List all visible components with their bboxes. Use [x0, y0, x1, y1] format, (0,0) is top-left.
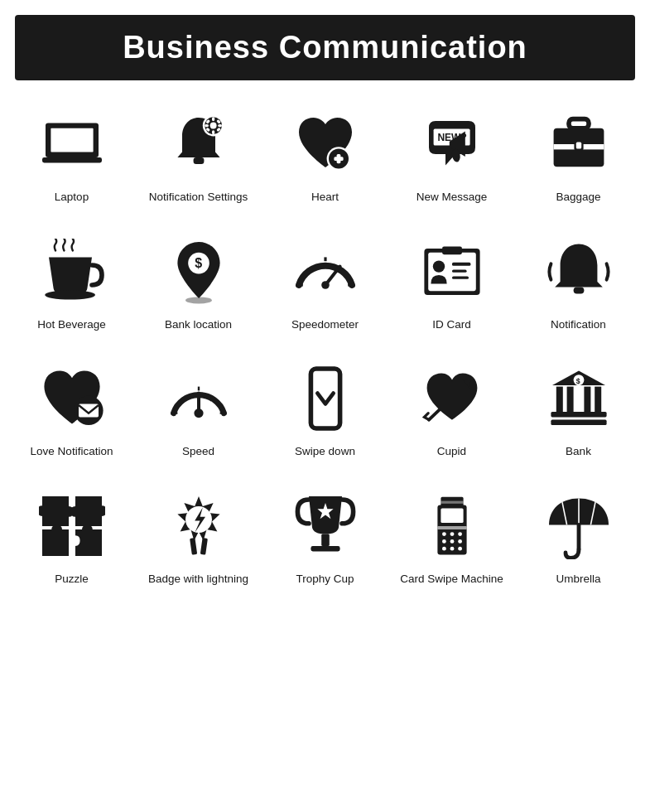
umbrella-icon [542, 489, 616, 563]
puzzle-label: Puzzle [55, 572, 89, 587]
icon-item-cupid: Cupid [388, 343, 515, 471]
icon-item-umbrella: Umbrella [515, 471, 642, 598]
svg-point-6 [209, 123, 216, 129]
umbrella-label: Umbrella [556, 572, 600, 587]
svg-rect-72 [437, 526, 466, 529]
badge-with-lightning-icon [161, 489, 236, 563]
icon-item-puzzle: Puzzle [8, 471, 135, 598]
svg-rect-59 [566, 387, 573, 412]
svg-rect-52 [314, 374, 336, 424]
svg-rect-43 [573, 287, 584, 293]
svg-rect-45 [79, 404, 99, 417]
icon-item-swipe-down: Swipe down [262, 343, 388, 471]
icon-item-bank-location: $ Bank location [135, 216, 262, 344]
svg-rect-66 [200, 538, 207, 555]
svg-text:$: $ [195, 256, 202, 270]
badge-lightning-label: Badge with lightning [148, 572, 248, 587]
trophy-cup-label: Trophy Cup [296, 572, 354, 587]
svg-point-76 [442, 539, 446, 544]
svg-point-78 [458, 539, 462, 544]
svg-point-73 [442, 532, 446, 536]
heart-label: Heart [311, 190, 339, 205]
icon-item-love-notification: Love Notification [8, 343, 135, 471]
icon-item-notification-settings: Notification Settings [135, 89, 262, 216]
svg-rect-3 [193, 157, 204, 164]
swipe-down-label: Swipe down [295, 444, 355, 459]
bank-icon: $ [542, 361, 616, 436]
svg-rect-22 [569, 119, 589, 128]
icon-item-card-swipe-machine: Card Swipe Machine [388, 471, 515, 598]
svg-point-79 [442, 546, 446, 550]
svg-rect-2 [42, 157, 102, 162]
icon-item-badge-lightning: Badge with lightning [135, 471, 262, 598]
svg-point-35 [321, 281, 330, 289]
svg-point-81 [458, 546, 462, 550]
speedometer-label: Speedometer [291, 317, 359, 332]
icon-item-laptop: Laptop [8, 89, 135, 216]
svg-rect-1 [51, 128, 93, 152]
svg-rect-38 [442, 246, 462, 254]
id-card-label: ID Card [432, 317, 471, 332]
svg-point-75 [458, 532, 462, 536]
bank-location-label: Bank location [165, 317, 232, 332]
icon-item-heart: Heart [262, 89, 388, 216]
speed-label: Speed [182, 444, 214, 459]
svg-rect-65 [190, 538, 197, 555]
bank-label: Bank [566, 444, 591, 459]
swipe-down-icon [288, 361, 363, 436]
svg-rect-9 [205, 124, 209, 127]
svg-point-77 [450, 539, 454, 544]
page-header: Business Communication [15, 15, 635, 80]
icon-item-baggage: Baggage [515, 89, 642, 216]
svg-point-30 [185, 297, 212, 303]
laptop-icon [35, 107, 109, 181]
baggage-icon [542, 107, 616, 181]
cupid-icon [415, 361, 489, 436]
icon-item-bank: $ Bank [515, 343, 642, 471]
hot-beverage-icon [35, 234, 109, 309]
icon-item-speed: Speed [135, 343, 262, 471]
svg-rect-58 [556, 387, 562, 412]
svg-rect-62 [551, 412, 606, 417]
bank-location-icon: $ [161, 234, 236, 309]
notification-icon [542, 234, 616, 309]
icon-item-hot-beverage: Hot Beverage [8, 216, 135, 344]
icon-item-notification: Notification [515, 216, 642, 344]
icon-item-new-message: NEW? New Message [388, 89, 515, 216]
svg-point-27 [45, 290, 95, 299]
svg-rect-71 [441, 508, 463, 523]
icon-grid: Laptop Notification Setting [0, 80, 650, 606]
svg-rect-7 [212, 117, 214, 121]
new-message-icon: NEW? [415, 107, 489, 181]
svg-point-39 [432, 260, 444, 272]
icon-item-trophy-cup: Trophy Cup [262, 471, 388, 598]
svg-rect-60 [584, 387, 590, 412]
speedometer-icon [288, 234, 363, 309]
card-swipe-machine-icon [415, 489, 489, 563]
svg-rect-63 [551, 420, 606, 425]
svg-point-80 [450, 546, 454, 550]
new-message-label: New Message [416, 190, 488, 205]
hot-beverage-label: Hot Beverage [37, 317, 106, 332]
svg-rect-68 [311, 546, 339, 551]
svg-rect-37 [428, 252, 476, 290]
baggage-label: Baggage [556, 190, 600, 205]
love-notification-label: Love Notification [31, 444, 113, 459]
notification-label: Notification [551, 317, 606, 332]
id-card-icon [415, 234, 489, 309]
svg-rect-8 [212, 130, 214, 134]
icon-item-speedometer: Speedometer [262, 216, 388, 344]
svg-point-50 [194, 408, 203, 418]
svg-rect-18 [336, 154, 340, 163]
svg-rect-42 [452, 276, 469, 278]
svg-text:$: $ [575, 377, 580, 385]
svg-rect-40 [452, 262, 470, 265]
svg-rect-26 [575, 143, 580, 149]
trophy-cup-icon [288, 489, 363, 563]
heart-icon [288, 107, 363, 181]
card-swipe-machine-label: Card Swipe Machine [400, 572, 503, 587]
svg-rect-61 [595, 387, 601, 412]
speed-icon [161, 361, 236, 436]
svg-rect-83 [441, 500, 463, 503]
svg-point-74 [450, 532, 454, 536]
